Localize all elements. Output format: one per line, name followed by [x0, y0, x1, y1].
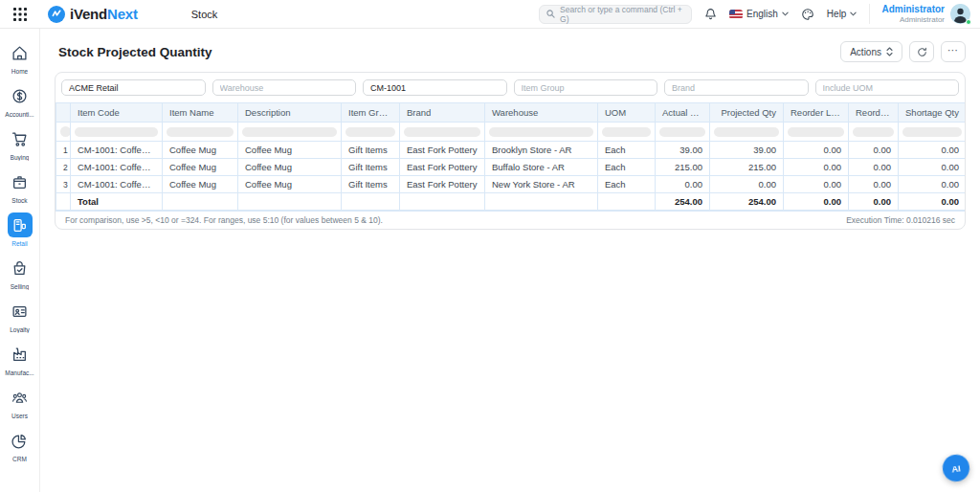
cell-uom: Each [598, 176, 656, 193]
column-header[interactable]: Projected Qty [710, 103, 784, 123]
cell-shortage-qty: 0.00 [899, 176, 967, 193]
cell-item-name: Coffee Mug [163, 176, 238, 193]
column-header[interactable]: Brand [400, 103, 485, 123]
cell-brand: East Fork Pottery [400, 176, 485, 193]
cell-projected-qty: 0.00 [710, 176, 784, 193]
apps-grid-icon[interactable] [13, 8, 27, 21]
filter-item-input[interactable] [363, 79, 507, 96]
column-header-blank [56, 103, 71, 123]
column-filter-input[interactable] [788, 127, 844, 137]
cell-reorder-qty: 0.00 [849, 142, 899, 159]
brand-text: iVendNext [70, 6, 138, 22]
cell-item-group: Gift Items [342, 176, 400, 193]
column-filter-input[interactable] [75, 127, 158, 137]
sidebar-item-label: Manufac... [5, 369, 33, 376]
language-selector[interactable]: English [729, 9, 789, 19]
user-role: Administrator [881, 15, 945, 24]
column-filter-input[interactable] [714, 127, 779, 137]
total-reorder-qty: 0.00 [849, 193, 899, 211]
sidebar-item-label: Users [11, 413, 28, 419]
column-filter-input[interactable] [167, 127, 234, 137]
filter-brand-input[interactable] [664, 79, 809, 96]
column-header[interactable]: Warehouse [485, 103, 598, 123]
filter-include-uom-input[interactable] [815, 79, 960, 96]
sidebar-item-label: Stock [11, 197, 27, 204]
brand-logo[interactable]: iVendNext [48, 6, 138, 23]
sidebar-item-accounting[interactable]: Accounti... [1, 83, 39, 118]
column-header[interactable]: Actual Qty [656, 103, 710, 123]
sidebar-item-selling[interactable]: Selling [1, 256, 39, 290]
column-filter-input[interactable] [489, 127, 593, 137]
users-icon [8, 385, 33, 410]
sidebar-item-label: Accounti... [5, 111, 33, 118]
filter-item-group-input[interactable] [514, 79, 658, 96]
column-filter-input[interactable] [659, 127, 705, 137]
column-header[interactable]: Item Group [342, 103, 400, 123]
cell-projected-qty: 39.00 [710, 142, 784, 159]
column-header[interactable]: Shortage Qty [899, 103, 967, 123]
row-filter-circle[interactable] [60, 126, 71, 137]
filter-company-input[interactable] [61, 79, 206, 96]
column-filter-input[interactable] [345, 127, 395, 137]
actions-button[interactable]: Actions [840, 41, 902, 62]
column-filter-input[interactable] [602, 127, 651, 137]
column-header[interactable]: Item Name [163, 103, 238, 123]
table-row[interactable]: 2 CM-1001: Coffee Mug Coffee Mug Coffee … [56, 159, 967, 176]
sidebar: Home Accounti... Buying Stock Retail Sel… [0, 29, 40, 492]
row-number: 3 [56, 176, 71, 193]
refresh-button[interactable] [909, 41, 934, 62]
search-icon [546, 10, 555, 18]
language-label: English [746, 9, 778, 19]
cell-brand: East Fork Pottery [400, 159, 485, 176]
sidebar-item-label: Retail [11, 240, 28, 247]
module-breadcrumb[interactable]: Stock [191, 9, 218, 20]
column-header[interactable]: UOM [598, 103, 656, 123]
cell-warehouse: Buffalo Store - AR [485, 159, 598, 176]
top-navbar: iVendNext Stock Search or type a command… [0, 0, 980, 29]
sidebar-item-users[interactable]: Users [1, 385, 39, 419]
sidebar-item-loyalty[interactable]: Loyalty [1, 299, 39, 333]
sidebar-item-crm[interactable]: CRM [1, 428, 39, 462]
column-header[interactable]: Description [238, 103, 342, 123]
column-filter-input[interactable] [853, 127, 894, 137]
cell-warehouse: Brooklyn Store - AR [485, 142, 598, 159]
total-label: Total [71, 193, 163, 211]
manufacturing-factory-icon [8, 342, 33, 367]
sidebar-item-buying[interactable]: Buying [1, 126, 39, 161]
cell-reorder-level: 0.00 [784, 176, 849, 193]
cell-uom: Each [598, 142, 656, 159]
column-filter-input[interactable] [902, 127, 962, 137]
user-menu[interactable]: Administrator Administrator [869, 4, 970, 24]
column-header[interactable]: Item Code [71, 103, 163, 123]
global-search-input[interactable]: Search or type a command (Ctrl + G) [539, 5, 692, 24]
table-row[interactable]: 1 CM-1001: Coffee Mug Coffee Mug Coffee … [56, 142, 967, 159]
sidebar-item-manufacturing[interactable]: Manufac... [1, 342, 39, 376]
report-table: Item Code Item Name Description Item Gro… [56, 102, 966, 211]
cell-projected-qty: 215.00 [710, 159, 784, 176]
sidebar-item-stock[interactable]: Stock [1, 169, 39, 204]
report-card: Item Code Item Name Description Item Gro… [55, 72, 966, 230]
cell-item-code: CM-1001: Coffee Mug [71, 159, 163, 176]
table-row[interactable]: 3 CM-1001: Coffee Mug Coffee Mug Coffee … [56, 176, 967, 193]
column-filter-input[interactable] [404, 127, 480, 137]
notifications-bell-icon[interactable] [704, 8, 717, 20]
ivendnext-logo-icon [48, 6, 65, 23]
column-header[interactable]: Reorder Qty [849, 103, 899, 123]
column-header[interactable]: Reorder Level [784, 103, 849, 123]
report-filters [56, 73, 965, 102]
cell-shortage-qty: 0.00 [899, 159, 967, 176]
column-filter-input[interactable] [242, 127, 337, 137]
status-dot [966, 19, 971, 25]
sidebar-item-home[interactable]: Home [1, 40, 39, 75]
chevron-down-icon [782, 11, 789, 16]
help-menu[interactable]: Help [827, 9, 858, 19]
retail-pos-icon [8, 212, 33, 237]
theme-palette-icon[interactable] [801, 8, 814, 21]
user-name: Administrator [881, 4, 945, 15]
filter-warehouse-input[interactable] [212, 79, 357, 96]
sidebar-item-retail[interactable]: Retail [1, 212, 39, 247]
home-icon [8, 40, 33, 65]
selling-bag-icon [8, 256, 33, 280]
cell-shortage-qty: 0.00 [899, 142, 967, 159]
more-menu-button[interactable]: ⋯ [941, 41, 966, 62]
